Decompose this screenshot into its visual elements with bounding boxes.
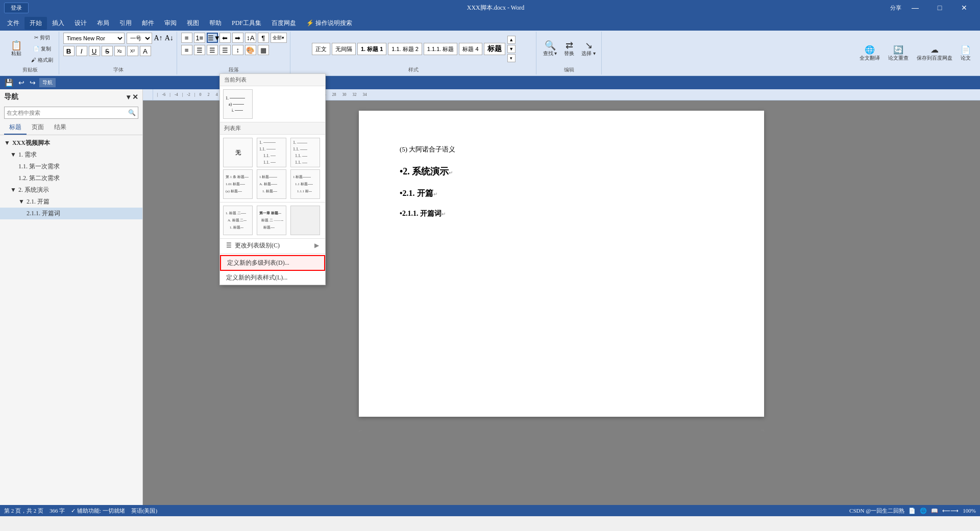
undo-qa-button[interactable]: ↩ <box>17 78 26 88</box>
list-numbered-11[interactable]: 1. 1.1. 1.1. 1.1. <box>290 138 320 167</box>
shading-button[interactable]: 🎨 <box>245 45 256 55</box>
nav-item-2-1-1[interactable]: 2.1.1. 开篇词 <box>0 208 142 219</box>
style-h4[interactable]: 标题 4 <box>459 43 482 55</box>
font-color-button[interactable]: A <box>140 46 151 56</box>
sort-button[interactable]: ↕A <box>245 33 256 43</box>
style-h2[interactable]: 1.1. 标题 2 <box>388 43 422 55</box>
subscript-button[interactable]: X₂ <box>114 46 126 56</box>
align-right-button[interactable]: ☰ <box>207 45 218 55</box>
recheck-btn[interactable]: 🔄 论文重查 <box>885 44 912 63</box>
current-list-item[interactable]: 1. a) i. <box>223 89 253 119</box>
list-section[interactable]: 第 1 条 标题 1.01 标题 (a) 标题 <box>223 169 253 199</box>
style-h1[interactable]: 1. 标题 1 <box>357 43 386 55</box>
view-mode-reading[interactable]: 📖 <box>931 508 938 514</box>
align-left-button[interactable]: ≡ <box>181 45 192 55</box>
view-mode-print[interactable]: 📄 <box>909 508 916 514</box>
menu-references[interactable]: 引用 <box>114 17 137 30</box>
menu-help[interactable]: 帮助 <box>204 17 227 30</box>
sidebar-tab-headings[interactable]: 标题 <box>4 121 27 135</box>
define-liststyle-item[interactable]: 定义新的列表样式(L)... <box>220 271 325 285</box>
list-none[interactable]: 无 <box>223 138 253 167</box>
font-name-select[interactable]: Times New Ror <box>63 33 125 44</box>
style-title[interactable]: 标题 <box>484 43 505 55</box>
list-empty-1[interactable] <box>290 206 320 235</box>
numbering-button[interactable]: 1≡ <box>194 33 205 43</box>
style-normal[interactable]: 正文 <box>312 43 330 55</box>
sidebar-close-button[interactable]: ✕ <box>132 93 138 102</box>
nav-toggle-button[interactable]: 导航 <box>39 78 56 87</box>
menu-insert[interactable]: 插入 <box>47 17 69 30</box>
increase-font-button[interactable]: A↑ <box>154 34 163 42</box>
decrease-indent-button[interactable]: ⬅ <box>219 33 231 43</box>
share-button[interactable]: 分享 <box>890 4 901 12</box>
menu-review[interactable]: 审阅 <box>159 17 182 30</box>
maximize-button[interactable]: □ <box>928 0 951 15</box>
underline-button[interactable]: U <box>89 46 100 56</box>
nav-item-2-1[interactable]: ▼ 2.1. 开篇 <box>0 196 142 208</box>
minimize-button[interactable]: — <box>903 0 927 15</box>
bullets-button[interactable]: ≡ <box>181 33 192 43</box>
paste-button[interactable]: 📋 粘贴 <box>5 39 28 59</box>
menu-file[interactable]: 文件 <box>2 17 24 30</box>
format-painter-button[interactable]: 🖌 格式刷 <box>29 55 56 65</box>
select-button[interactable]: ↘ 选择 ▾ <box>579 39 598 59</box>
save-baidu-btn[interactable]: ☁ 保存到百度网盘 <box>914 44 955 63</box>
style-more[interactable]: ▾ <box>507 54 516 62</box>
list-first-heading[interactable]: 第一章 标题 标题 二 —— 标题 <box>257 206 286 235</box>
nav-item-root[interactable]: ▼ XXX视频脚本 <box>0 137 142 149</box>
login-button[interactable]: 登录 <box>4 3 29 13</box>
italic-button[interactable]: I <box>76 46 87 56</box>
translate-btn[interactable]: 🌐 全文翻译 <box>856 44 883 63</box>
strikethrough-button[interactable]: S̶ <box>102 46 113 56</box>
justify-button[interactable]: ☰ <box>219 45 231 55</box>
sidebar-options-button[interactable]: ▾ <box>127 93 130 102</box>
zoom-slider[interactable]: ⟵⟶ <box>942 508 959 514</box>
menu-search[interactable]: ⚡ 操作说明搜索 <box>301 17 357 30</box>
menu-home[interactable]: 开始 <box>24 17 47 30</box>
list-numbered-1[interactable]: 1. 1.1. 1.1. 1.1. <box>257 138 286 167</box>
list-heading-1[interactable]: 1. 标题 二 A. 标题 二 1. 标题 <box>223 206 253 235</box>
align-center-button[interactable]: ☰ <box>194 45 205 55</box>
list-paren-a[interactable]: 1 标题 1.1 标题 1.1.1 标 <box>290 169 320 199</box>
close-button[interactable]: ✕ <box>952 0 976 15</box>
show-marks-button[interactable]: ¶ <box>258 33 269 43</box>
increase-indent-button[interactable]: ➡ <box>232 33 243 43</box>
copy-button[interactable]: 📄 复制 <box>29 44 56 54</box>
search-icon[interactable]: 🔍 <box>126 109 138 117</box>
replace-button[interactable]: ⇄ 替换 <box>561 39 577 59</box>
menu-baidu[interactable]: 百度网盘 <box>266 17 301 30</box>
style-nospace[interactable]: 无间隔 <box>332 43 356 55</box>
style-scroll-up[interactable]: ▲ <box>507 36 516 44</box>
list-alpha-a[interactable]: 1 标题 A. 标题 1. 标题 <box>257 169 286 199</box>
line-spacing-button[interactable]: ↕ <box>232 45 243 55</box>
nav-item-1-1[interactable]: 1.1. 第一次需求 <box>0 161 142 172</box>
find-button[interactable]: 🔍 查找 ▾ <box>541 39 560 59</box>
expand-para-button[interactable]: 全部▾ <box>271 33 287 43</box>
sidebar-tab-pages[interactable]: 页面 <box>27 121 49 135</box>
document-page[interactable]: (5) 大阿诺合子语义 •2. 系统演示↵ •2.1. 开篇↵ •2.1.1. … <box>359 111 764 417</box>
menu-view[interactable]: 视图 <box>182 17 204 30</box>
menu-design[interactable]: 设计 <box>69 17 92 30</box>
search-input[interactable] <box>5 109 126 117</box>
redo-qa-button[interactable]: ↪ <box>28 78 37 88</box>
menu-layout[interactable]: 布局 <box>92 17 114 30</box>
nav-item-1[interactable]: ▼ 1. 需求 <box>0 149 142 161</box>
sidebar-tab-results[interactable]: 结果 <box>49 121 71 135</box>
cut-button[interactable]: ✂ 剪切 <box>29 33 56 43</box>
nav-item-2[interactable]: ▼ 2. 系统演示 <box>0 184 142 196</box>
save-qa-button[interactable]: 💾 <box>3 78 15 88</box>
nav-item-1-2[interactable]: 1.2. 第二次需求 <box>0 172 142 184</box>
superscript-button[interactable]: X² <box>127 46 138 56</box>
change-level-item[interactable]: ☰ 更改列表级别(C) ▶ <box>220 239 325 252</box>
define-multilevel-item[interactable]: 定义新的多级列表(D)... <box>220 255 325 271</box>
menu-mailings[interactable]: 邮件 <box>137 17 159 30</box>
style-h3[interactable]: 1.1.1. 标题 <box>424 43 458 55</box>
view-mode-web[interactable]: 🌐 <box>920 508 927 514</box>
font-size-select[interactable]: 一号 <box>127 33 152 44</box>
paper-btn[interactable]: 📄 论文 <box>958 44 974 63</box>
decrease-font-button[interactable]: A↓ <box>165 34 174 42</box>
bold-button[interactable]: B <box>63 46 75 56</box>
menu-pdf[interactable]: PDF工具集 <box>227 17 266 30</box>
borders-button[interactable]: ▦ <box>258 45 269 55</box>
style-scroll-down[interactable]: ▼ <box>507 45 516 53</box>
